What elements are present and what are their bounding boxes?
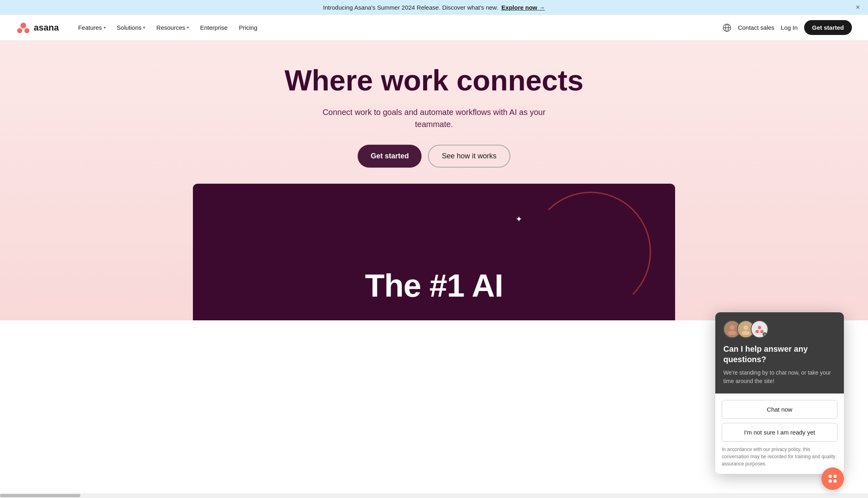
- announcement-close-button[interactable]: ×: [856, 3, 860, 12]
- nav-right: Contact sales Log In Get started: [723, 20, 852, 35]
- nav-links: Features ▾ Solutions ▾ Resources ▾ Enter…: [73, 21, 723, 34]
- nav-features[interactable]: Features ▾: [73, 21, 110, 34]
- chevron-down-icon: ▾: [143, 25, 145, 30]
- product-demo-section: ✦ The #1 AI: [193, 184, 675, 320]
- announcement-bar: Introducing Asana's Summer 2024 Release.…: [0, 0, 868, 15]
- svg-point-2: [25, 28, 30, 33]
- nav-solutions[interactable]: Solutions ▾: [112, 21, 150, 34]
- nav-get-started-button[interactable]: Get started: [804, 20, 852, 35]
- nav-pricing[interactable]: Pricing: [234, 21, 262, 34]
- nav-enterprise[interactable]: Enterprise: [195, 21, 232, 34]
- logo-link[interactable]: asana: [16, 20, 59, 35]
- asana-logo-icon: [16, 20, 31, 35]
- language-selector-button[interactable]: [723, 23, 731, 32]
- hero-see-how-button[interactable]: See how it works: [428, 145, 510, 168]
- hero-section: Where work connects Connect work to goal…: [0, 41, 868, 320]
- hero-buttons: Get started See how it works: [358, 145, 510, 168]
- dark-section-title: The #1 AI: [349, 251, 519, 320]
- contact-sales-link[interactable]: Contact sales: [738, 24, 774, 31]
- star-decoration: ✦: [516, 214, 522, 224]
- chevron-down-icon: ▾: [187, 25, 189, 30]
- svg-point-1: [17, 28, 23, 33]
- hero-get-started-button[interactable]: Get started: [358, 145, 422, 168]
- navbar: asana Features ▾ Solutions ▾ Resources ▾…: [0, 15, 868, 41]
- chevron-down-icon: ▾: [104, 25, 106, 30]
- arc-decoration: [530, 192, 651, 312]
- logo-text: asana: [34, 23, 59, 33]
- globe-icon: [723, 23, 731, 32]
- nav-resources[interactable]: Resources ▾: [151, 21, 194, 34]
- hero-subtitle: Connect work to goals and automate workf…: [313, 106, 555, 130]
- hero-title: Where work connects: [285, 65, 583, 96]
- chat-widget: Can I help answer any questions? We're s…: [715, 312, 844, 320]
- login-link[interactable]: Log In: [781, 24, 798, 31]
- chat-widget-header: Can I help answer any questions? We're s…: [715, 312, 844, 320]
- svg-point-0: [20, 23, 26, 28]
- announcement-text: Introducing Asana's Summer 2024 Release.…: [323, 4, 498, 11]
- explore-now-link[interactable]: Explore now →: [502, 4, 545, 11]
